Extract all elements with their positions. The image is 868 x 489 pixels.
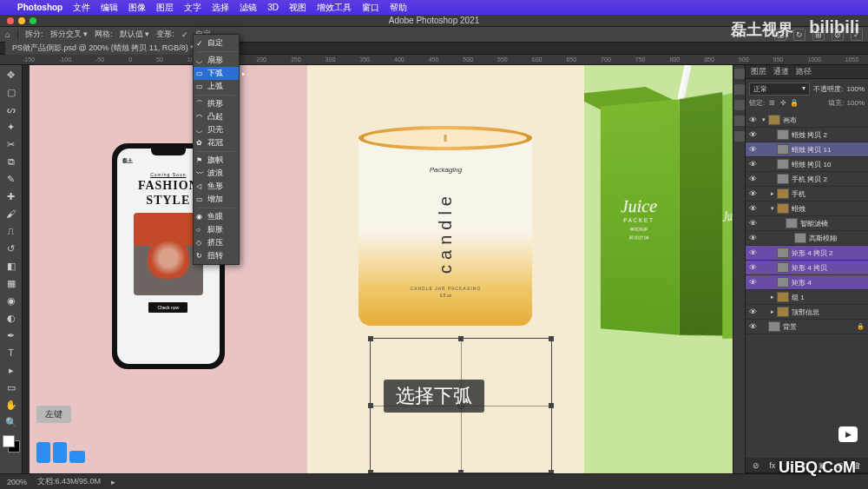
menu-type[interactable]: 文字 [184, 2, 201, 14]
layer-row[interactable]: 👁背景🔒 [746, 320, 868, 334]
path-select-tool[interactable]: ▸ [3, 362, 20, 378]
zoom-icon[interactable] [30, 17, 36, 24]
layer-row[interactable]: 👁蜡烛 拷贝 11 [746, 142, 868, 157]
warp-menu-item[interactable]: ▭下弧 [194, 67, 239, 80]
disclosure-icon[interactable]: ▸ [768, 190, 777, 197]
adjustment-layer-icon[interactable]: ◐ [801, 461, 808, 470]
menu-image[interactable]: 图像 [128, 2, 146, 14]
layer-thumbnail[interactable] [777, 248, 789, 258]
layer-row[interactable]: ▸组 1 [746, 290, 868, 305]
dodge-tool[interactable]: ◐ [3, 310, 20, 326]
layer-name[interactable]: 蜡烛 拷贝 10 [792, 160, 831, 169]
fill-value[interactable]: 100% [847, 99, 865, 107]
layer-thumbnail[interactable] [777, 129, 789, 140]
layer-thumbnail[interactable] [777, 159, 789, 169]
visibility-icon[interactable]: 👁 [746, 142, 760, 156]
warp-menu-item[interactable]: ↻扭转 [194, 249, 239, 262]
visibility-icon[interactable]: 👁 [746, 261, 760, 274]
visibility-icon[interactable]: 👁 [746, 216, 760, 230]
minimize-icon[interactable] [18, 17, 25, 24]
history-brush-tool[interactable]: ↺ [3, 241, 20, 256]
layer-thumbnail[interactable] [777, 292, 789, 302]
layer-name[interactable]: 高斯模糊 [809, 234, 837, 243]
zoom-tool[interactable]: 🔍 [3, 414, 20, 430]
warp-menu-item[interactable]: ▭上弧 [194, 80, 239, 93]
layer-thumbnail[interactable] [768, 321, 780, 332]
layer-row[interactable]: 👁矩形 4 [746, 275, 868, 290]
commit-transform-icon[interactable]: ✓ [851, 29, 863, 41]
split-dropdown[interactable]: 拆分交叉 ▾ [50, 29, 89, 40]
warp-menu-item[interactable]: ◁鱼形 [194, 180, 239, 193]
stamp-tool[interactable]: ⎍ [3, 223, 20, 239]
visibility-icon[interactable]: 👁 [746, 128, 760, 142]
wand-tool[interactable]: ✦ [3, 119, 20, 135]
document-tab[interactable]: PS做产品倒影.psd @ 200% (蜡烛 拷贝 11, RGB/8) * [5, 42, 201, 55]
visibility-icon[interactable]: 👁 [746, 202, 760, 215]
panel-icon[interactable] [734, 116, 745, 126]
menu-filter[interactable]: 滤镜 [240, 2, 257, 14]
layer-row[interactable]: 👁高斯模糊 [746, 231, 868, 246]
gradient-tool[interactable]: ▦ [3, 275, 20, 291]
zoom-level[interactable]: 200% [7, 478, 27, 486]
blend-mode-select[interactable]: 正常▾ [749, 83, 810, 96]
warp-menu-item[interactable]: ◠凸起 [194, 110, 239, 123]
lock-position-icon[interactable]: ✜ [779, 99, 787, 108]
chevron-right-icon[interactable]: ▸ [111, 478, 115, 486]
grid-dropdown[interactable]: 默认值 ▾ [120, 29, 150, 40]
new-group-icon[interactable]: ▣ [819, 461, 826, 470]
color-swatches[interactable] [3, 435, 20, 453]
delete-layer-icon[interactable]: 🗑 [853, 461, 861, 470]
layer-name[interactable]: 画布 [783, 116, 797, 125]
play-icon[interactable]: ▶ [838, 426, 858, 442]
disclosure-icon[interactable]: ▾ [768, 205, 777, 212]
visibility-icon[interactable]: 👁 [746, 231, 760, 245]
warp-menu-item[interactable]: ◡贝壳 [194, 123, 239, 136]
visibility-icon[interactable] [746, 290, 760, 304]
layer-name[interactable]: 矩形 4 [792, 278, 812, 287]
link-layers-icon[interactable]: ⊘ [753, 461, 760, 470]
new-layer-icon[interactable]: ⊞ [837, 461, 844, 470]
frame-tool[interactable]: ⧉ [3, 154, 20, 169]
heal-tool[interactable]: ✚ [3, 188, 20, 204]
warp-menu-item[interactable]: ✿花冠 [194, 136, 239, 149]
layer-name[interactable]: 蜡烛 [792, 204, 806, 214]
eyedropper-tool[interactable]: ✎ [3, 171, 20, 187]
layer-thumbnail[interactable] [794, 233, 806, 243]
layer-name[interactable]: 顶部信息 [792, 307, 819, 317]
menu-help[interactable]: 帮助 [390, 2, 407, 14]
opt-icon-2[interactable]: ↻ [793, 29, 806, 41]
menu-edit[interactable]: 编辑 [101, 2, 118, 14]
crop-tool[interactable]: ✂ [3, 136, 20, 152]
warp-menu-item[interactable]: 〰波浪 [194, 167, 239, 180]
visibility-icon[interactable]: 👁 [746, 275, 760, 289]
app-name[interactable]: Photoshop [17, 3, 62, 12]
canvas-area[interactable]: 磊土 Menu ≡ Coming Soon FASHION STYLE Chec… [23, 65, 733, 473]
close-icon[interactable] [7, 17, 14, 24]
layer-mask-icon[interactable]: ◻ [786, 461, 792, 470]
menu-3d[interactable]: 3D [267, 3, 279, 12]
layer-name[interactable]: 手机 [792, 189, 806, 199]
layer-name[interactable]: 组 1 [792, 293, 805, 302]
layer-row[interactable]: 👁▸手机 [746, 187, 868, 202]
warp-style-menu[interactable]: 自定◡扇形▭下弧▭上弧⌒拱形◠凸起◡贝壳✿花冠⚑旗帜〰波浪◁鱼形▭增加◉鱼眼○膨… [193, 34, 240, 265]
layer-row[interactable]: 👁矩形 4 拷贝 [746, 261, 868, 275]
layer-thumbnail[interactable] [777, 144, 789, 155]
layer-name[interactable]: 智能滤镜 [800, 219, 828, 228]
warp-menu-item[interactable]: ◡扇形 [194, 54, 239, 67]
visibility-icon[interactable]: 👁 [746, 305, 760, 319]
panel-icon[interactable] [734, 100, 745, 110]
visibility-icon[interactable]: 👁 [746, 246, 760, 260]
visibility-icon[interactable]: 👁 [746, 157, 760, 171]
brush-tool[interactable]: 🖌 [3, 206, 20, 221]
layer-row[interactable]: 👁智能滤镜 [746, 216, 868, 231]
layer-fx-icon[interactable]: fx [769, 461, 775, 470]
home-icon[interactable]: ⌂ [5, 30, 10, 39]
layer-name[interactable]: 蜡烛 拷贝 11 [792, 145, 831, 155]
menu-file[interactable]: 文件 [73, 2, 90, 14]
layer-row[interactable]: 👁▾画布 [746, 113, 868, 128]
layer-thumbnail[interactable] [777, 277, 789, 287]
layer-thumbnail[interactable] [777, 307, 789, 317]
layer-name[interactable]: 手机 拷贝 2 [792, 175, 827, 184]
hand-tool[interactable]: ✋ [3, 397, 20, 413]
layer-row[interactable]: 👁蜡烛 拷贝 2 [746, 128, 868, 142]
